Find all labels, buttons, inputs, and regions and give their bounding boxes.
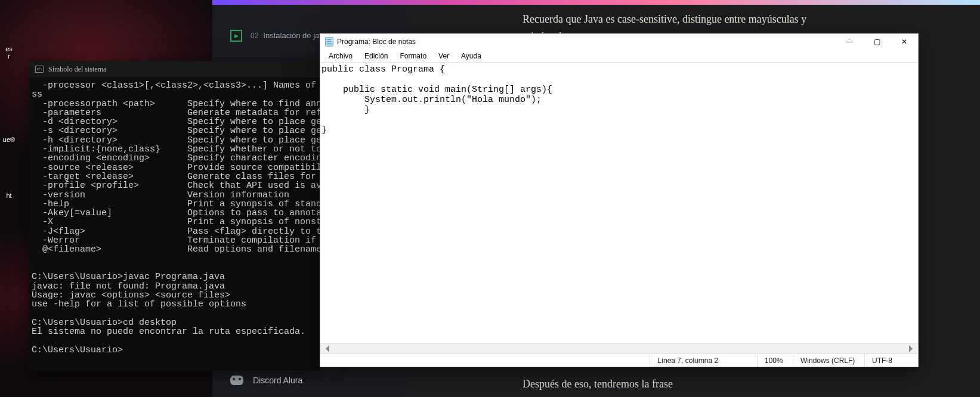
notepad-icon (325, 37, 333, 46)
browser-accent-bar (212, 0, 980, 5)
menu-view[interactable]: Ver (434, 51, 454, 61)
menu-format[interactable]: Formato (395, 51, 431, 61)
menu-file[interactable]: Archivo (324, 51, 357, 61)
scrollbar-horizontal[interactable] (320, 343, 918, 353)
cmd-icon: c:\ (35, 66, 44, 73)
course-label: Instalación de java (263, 31, 327, 40)
cmd-window[interactable]: c:\ Símbolo del sistema -processor <clas… (29, 61, 320, 371)
play-icon: ▶ (230, 30, 242, 42)
discord-icon (230, 376, 243, 385)
window-controls: — ▢ ✕ (836, 34, 918, 49)
desktop-icon-label: r (0, 52, 18, 60)
article-text-bottom: Después de eso, tendremos la frase (523, 378, 940, 390)
notepad-statusbar: Línea 7, columna 2 100% Windows (CRLF) U… (320, 353, 918, 367)
maximize-button[interactable]: ▢ (863, 34, 891, 49)
status-position: Línea 7, columna 2 (650, 354, 757, 367)
course-index: 02 (251, 32, 258, 40)
cmd-output[interactable]: -processor <class1>[,<class2>,<class3>..… (29, 77, 320, 355)
desktop-icon-label: ue® (0, 136, 18, 143)
cmd-titlebar[interactable]: c:\ Símbolo del sistema (29, 61, 320, 77)
notepad-textarea[interactable]: public class Programa { public static vo… (320, 63, 918, 343)
notepad-window[interactable]: Programa: Bloc de notas — ▢ ✕ Archivo Ed… (320, 33, 919, 367)
notepad-menubar: Archivo Edición Formato Ver Ayuda (320, 49, 918, 63)
cmd-title-text: Símbolo del sistema (48, 65, 106, 74)
status-eol: Windows (CRLF) (793, 354, 864, 367)
close-button[interactable]: ✕ (891, 34, 918, 49)
status-zoom: 100% (757, 354, 793, 367)
article-line: Recuerda que Java es case-sensitive, dis… (523, 13, 806, 25)
status-encoding: UTF-8 (864, 354, 918, 367)
discord-label: Discord Alura (253, 376, 302, 385)
menu-edit[interactable]: Edición (360, 51, 392, 61)
minimize-button[interactable]: — (836, 34, 863, 49)
desktop-icon-label: ht (0, 192, 18, 199)
notepad-titlebar[interactable]: Programa: Bloc de notas — ▢ ✕ (320, 34, 918, 49)
menu-help[interactable]: Ayuda (456, 51, 486, 61)
notepad-title-text: Programa: Bloc de notas (337, 38, 416, 46)
desktop-icon-label: es (0, 45, 18, 52)
